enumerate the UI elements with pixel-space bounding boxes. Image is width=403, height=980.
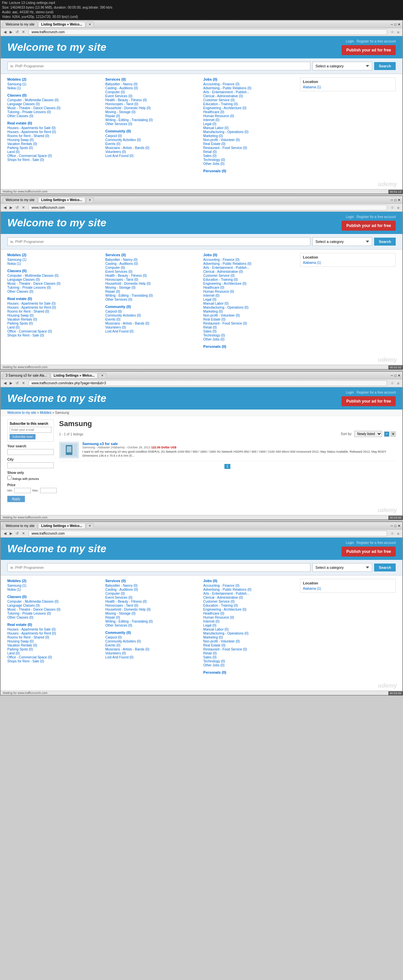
browser-tab-3c[interactable]: × [98, 373, 106, 378]
minimize-icon-3[interactable]: ─ [391, 374, 393, 377]
search-btn-4[interactable]: Search [374, 563, 396, 571]
back-btn-2[interactable]: ◀ [3, 205, 7, 210]
browser-tab-4c[interactable]: × [86, 523, 94, 528]
cat-item: Technology (0) [203, 158, 295, 162]
browser-tab-3a[interactable]: 3 Samsung s3 for sale Ala... [3, 373, 50, 378]
cat-item: Restaurant - Food Service (0) [203, 146, 295, 150]
search-btn-2[interactable]: Search [374, 238, 396, 246]
browser-window-controls[interactable]: ─ □ ✕ [391, 22, 400, 26]
reload-btn-3[interactable]: ↺ [14, 381, 19, 386]
browser-tab-2a[interactable]: Welcome to my site [3, 197, 38, 202]
back-btn-4[interactable]: ◀ [3, 531, 7, 536]
price-max-input[interactable] [40, 488, 57, 493]
browser-window-controls-4[interactable]: ─ □ ✕ [391, 524, 400, 528]
breadcrumb-home-link[interactable]: Welcome to my site [7, 411, 36, 415]
minimize-icon-2[interactable]: ─ [391, 198, 393, 202]
bookmark-icon-1[interactable]: ☆ [390, 30, 395, 35]
search-input-1[interactable] [7, 62, 311, 70]
close-icon[interactable]: ✕ [398, 22, 400, 26]
login-link-2[interactable]: Login [346, 215, 354, 219]
close-icon-3[interactable]: ✕ [398, 374, 400, 377]
breadcrumb-mobiles-link[interactable]: Mobiles [40, 411, 51, 415]
browser-tab-3b[interactable]: Listing Settings » Welco... [51, 373, 98, 378]
apply-btn[interactable]: Apply [7, 496, 25, 502]
cat-item: Retail (0) [203, 150, 295, 154]
address-bar-4[interactable] [29, 531, 387, 536]
register-link-1[interactable]: Register for a free account [357, 40, 396, 43]
register-link-4[interactable]: Register for a free account [357, 541, 396, 544]
address-bar-3[interactable] [29, 380, 387, 386]
publish-btn-4[interactable]: Publish your ad for free [342, 547, 396, 557]
bookmark-icon-4[interactable]: ☆ [390, 531, 395, 536]
browser-tab-2c[interactable]: × [86, 197, 94, 202]
login-link-3[interactable]: Login [346, 391, 354, 394]
publish-btn-1[interactable]: Publish your ad for free [342, 45, 396, 55]
browser-window-2: Welcome to my site Listing Settings » We… [0, 196, 403, 369]
close-icon-4[interactable]: ✕ [398, 524, 400, 528]
stop-btn-1[interactable]: ✕ [21, 30, 26, 35]
cat-item: Healthcare (0) [203, 612, 295, 615]
stop-btn-3[interactable]: ✕ [21, 381, 26, 386]
bookmark-icon-2[interactable]: ☆ [390, 205, 395, 210]
browser-tab-4b[interactable]: Listing Settings » Welco... [38, 523, 85, 528]
browser-tab-1a[interactable]: Welcome to my site [3, 22, 38, 27]
back-btn-1[interactable]: ◀ [3, 30, 7, 35]
search-btn-1[interactable]: Search [374, 62, 396, 70]
back-btn-3[interactable]: ◀ [3, 381, 7, 386]
maximize-icon-2[interactable]: □ [394, 198, 397, 202]
register-link-3[interactable]: Register for a free account [357, 391, 396, 394]
menu-icon-3[interactable]: ≡ [397, 381, 400, 386]
forward-btn-1[interactable]: ▶ [9, 30, 13, 35]
forward-btn-2[interactable]: ▶ [9, 205, 13, 210]
sort-select[interactable]: Newly listed [354, 431, 382, 437]
menu-icon-1[interactable]: ≡ [397, 30, 400, 35]
city-input[interactable] [7, 462, 54, 468]
cat-col-4-2: Services (0) Babysitter - Nanny (0) Cast… [105, 579, 196, 678]
your-search-input[interactable] [7, 449, 54, 455]
maximize-icon-4[interactable]: □ [394, 524, 397, 528]
subscribe-box: Subscribe to this search Subscribe now! [7, 420, 54, 442]
browser-tab-1c[interactable]: × [86, 22, 94, 27]
reload-btn-4[interactable]: ↺ [14, 531, 19, 536]
menu-icon-2[interactable]: ≡ [397, 205, 400, 210]
reload-btn-1[interactable]: ↺ [14, 30, 19, 35]
search-input-2[interactable] [7, 237, 311, 246]
cat-item: Carpool (0) [105, 134, 196, 138]
register-link-2[interactable]: Register for a free account [357, 215, 396, 219]
list-view-icon[interactable]: ≡ [384, 431, 389, 437]
minimize-icon[interactable]: ─ [391, 22, 393, 26]
maximize-icon[interactable]: □ [394, 22, 397, 26]
address-bar-2[interactable] [29, 205, 387, 210]
subscribe-now-btn[interactable]: Subscribe now! [10, 434, 35, 439]
browser-tab-2b[interactable]: Listing Settings » Welco... [38, 197, 85, 202]
login-link-4[interactable]: Login [346, 541, 354, 544]
bookmark-icon-3[interactable]: ☆ [390, 381, 395, 386]
publish-btn-2[interactable]: Publish your ad for free [342, 221, 396, 231]
maximize-icon-3[interactable]: □ [394, 374, 397, 377]
minimize-icon-4[interactable]: ─ [391, 524, 393, 528]
grid-view-icon[interactable]: ⊞ [390, 431, 396, 437]
forward-btn-3[interactable]: ▶ [9, 381, 13, 386]
listings-with-pictures-checkbox[interactable] [7, 476, 12, 480]
address-bar-1[interactable] [29, 29, 387, 35]
close-icon-2[interactable]: ✕ [398, 198, 400, 202]
login-link-1[interactable]: Login [346, 40, 354, 43]
category-select-1[interactable]: Select a category [312, 62, 372, 70]
browser-tab-1b[interactable]: Listing Settings » Welco... [38, 22, 85, 27]
menu-icon-4[interactable]: ≡ [397, 531, 400, 536]
browser-window-controls-2[interactable]: ─ □ ✕ [391, 198, 400, 202]
reload-btn-2[interactable]: ↺ [14, 205, 19, 210]
price-min-input[interactable] [14, 488, 31, 493]
publish-btn-3[interactable]: Publish your ad for free [342, 396, 396, 406]
stop-btn-4[interactable]: ✕ [21, 531, 26, 536]
search-input-4[interactable] [7, 563, 311, 572]
page-number-1[interactable]: 1 [225, 464, 230, 469]
category-select-4[interactable]: Select a category [312, 563, 372, 572]
browser-tab-4a[interactable]: Welcome to my site [3, 523, 38, 528]
forward-btn-4[interactable]: ▶ [9, 531, 13, 536]
cat-item: Volunteers (0) [105, 150, 196, 154]
category-select-2[interactable]: Select a category [312, 237, 372, 246]
browser-window-controls-3[interactable]: ─ □ ✕ [391, 374, 400, 377]
stop-btn-2[interactable]: ✕ [21, 205, 26, 210]
email-subscribe-input[interactable] [10, 427, 51, 433]
